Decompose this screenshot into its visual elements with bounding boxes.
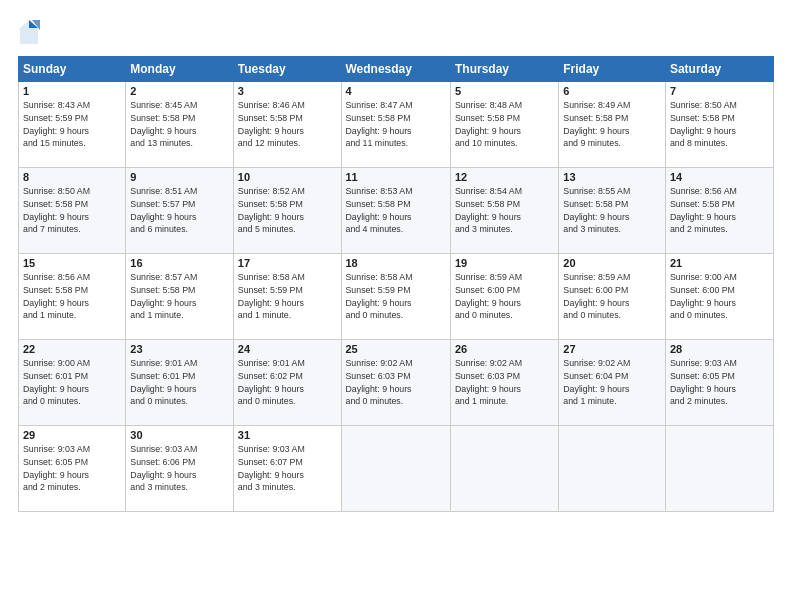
day-info: Sunrise: 8:48 AM Sunset: 5:58 PM Dayligh… xyxy=(455,99,554,150)
day-info: Sunrise: 9:01 AM Sunset: 6:01 PM Dayligh… xyxy=(130,357,228,408)
day-info: Sunrise: 8:56 AM Sunset: 5:58 PM Dayligh… xyxy=(23,271,121,322)
day-number: 20 xyxy=(563,257,661,269)
calendar-cell: 6Sunrise: 8:49 AM Sunset: 5:58 PM Daylig… xyxy=(559,82,666,168)
day-number: 4 xyxy=(346,85,446,97)
day-number: 30 xyxy=(130,429,228,441)
day-info: Sunrise: 8:57 AM Sunset: 5:58 PM Dayligh… xyxy=(130,271,228,322)
day-info: Sunrise: 8:49 AM Sunset: 5:58 PM Dayligh… xyxy=(563,99,661,150)
calendar-week-3: 15Sunrise: 8:56 AM Sunset: 5:58 PM Dayli… xyxy=(19,254,774,340)
day-info: Sunrise: 8:50 AM Sunset: 5:58 PM Dayligh… xyxy=(670,99,769,150)
day-number: 11 xyxy=(346,171,446,183)
calendar-cell: 10Sunrise: 8:52 AM Sunset: 5:58 PM Dayli… xyxy=(233,168,341,254)
day-number: 17 xyxy=(238,257,337,269)
calendar-cell xyxy=(450,426,558,512)
calendar-cell: 14Sunrise: 8:56 AM Sunset: 5:58 PM Dayli… xyxy=(665,168,773,254)
calendar-cell xyxy=(559,426,666,512)
calendar-cell: 26Sunrise: 9:02 AM Sunset: 6:03 PM Dayli… xyxy=(450,340,558,426)
calendar-cell: 30Sunrise: 9:03 AM Sunset: 6:06 PM Dayli… xyxy=(126,426,233,512)
logo-icon xyxy=(18,18,40,46)
day-number: 13 xyxy=(563,171,661,183)
calendar-cell: 31Sunrise: 9:03 AM Sunset: 6:07 PM Dayli… xyxy=(233,426,341,512)
calendar-cell: 11Sunrise: 8:53 AM Sunset: 5:58 PM Dayli… xyxy=(341,168,450,254)
calendar-cell: 29Sunrise: 9:03 AM Sunset: 6:05 PM Dayli… xyxy=(19,426,126,512)
day-number: 5 xyxy=(455,85,554,97)
calendar-cell: 12Sunrise: 8:54 AM Sunset: 5:58 PM Dayli… xyxy=(450,168,558,254)
day-number: 1 xyxy=(23,85,121,97)
day-number: 24 xyxy=(238,343,337,355)
day-info: Sunrise: 8:58 AM Sunset: 5:59 PM Dayligh… xyxy=(346,271,446,322)
day-number: 7 xyxy=(670,85,769,97)
day-info: Sunrise: 8:51 AM Sunset: 5:57 PM Dayligh… xyxy=(130,185,228,236)
calendar-cell: 3Sunrise: 8:46 AM Sunset: 5:58 PM Daylig… xyxy=(233,82,341,168)
calendar-cell xyxy=(341,426,450,512)
calendar-cell: 22Sunrise: 9:00 AM Sunset: 6:01 PM Dayli… xyxy=(19,340,126,426)
day-number: 3 xyxy=(238,85,337,97)
calendar-week-4: 22Sunrise: 9:00 AM Sunset: 6:01 PM Dayli… xyxy=(19,340,774,426)
day-info: Sunrise: 9:00 AM Sunset: 6:00 PM Dayligh… xyxy=(670,271,769,322)
calendar-week-5: 29Sunrise: 9:03 AM Sunset: 6:05 PM Dayli… xyxy=(19,426,774,512)
calendar-cell: 27Sunrise: 9:02 AM Sunset: 6:04 PM Dayli… xyxy=(559,340,666,426)
calendar-cell: 13Sunrise: 8:55 AM Sunset: 5:58 PM Dayli… xyxy=(559,168,666,254)
weekday-header-sunday: Sunday xyxy=(19,57,126,82)
calendar-cell: 21Sunrise: 9:00 AM Sunset: 6:00 PM Dayli… xyxy=(665,254,773,340)
day-info: Sunrise: 8:50 AM Sunset: 5:58 PM Dayligh… xyxy=(23,185,121,236)
calendar-cell: 25Sunrise: 9:02 AM Sunset: 6:03 PM Dayli… xyxy=(341,340,450,426)
day-info: Sunrise: 9:03 AM Sunset: 6:05 PM Dayligh… xyxy=(23,443,121,494)
weekday-header-thursday: Thursday xyxy=(450,57,558,82)
page: SundayMondayTuesdayWednesdayThursdayFrid… xyxy=(0,0,792,612)
calendar-cell: 28Sunrise: 9:03 AM Sunset: 6:05 PM Dayli… xyxy=(665,340,773,426)
calendar-cell: 9Sunrise: 8:51 AM Sunset: 5:57 PM Daylig… xyxy=(126,168,233,254)
day-number: 23 xyxy=(130,343,228,355)
calendar-cell xyxy=(665,426,773,512)
day-number: 22 xyxy=(23,343,121,355)
day-info: Sunrise: 8:45 AM Sunset: 5:58 PM Dayligh… xyxy=(130,99,228,150)
day-number: 25 xyxy=(346,343,446,355)
day-info: Sunrise: 9:03 AM Sunset: 6:05 PM Dayligh… xyxy=(670,357,769,408)
logo xyxy=(18,18,44,46)
calendar-week-1: 1Sunrise: 8:43 AM Sunset: 5:59 PM Daylig… xyxy=(19,82,774,168)
calendar-table: SundayMondayTuesdayWednesdayThursdayFrid… xyxy=(18,56,774,512)
day-number: 9 xyxy=(130,171,228,183)
day-info: Sunrise: 9:03 AM Sunset: 6:07 PM Dayligh… xyxy=(238,443,337,494)
calendar-cell: 18Sunrise: 8:58 AM Sunset: 5:59 PM Dayli… xyxy=(341,254,450,340)
calendar-cell: 17Sunrise: 8:58 AM Sunset: 5:59 PM Dayli… xyxy=(233,254,341,340)
weekday-header-monday: Monday xyxy=(126,57,233,82)
day-number: 29 xyxy=(23,429,121,441)
day-number: 28 xyxy=(670,343,769,355)
weekday-header-tuesday: Tuesday xyxy=(233,57,341,82)
day-number: 12 xyxy=(455,171,554,183)
weekday-header-row: SundayMondayTuesdayWednesdayThursdayFrid… xyxy=(19,57,774,82)
day-info: Sunrise: 8:47 AM Sunset: 5:58 PM Dayligh… xyxy=(346,99,446,150)
calendar-cell: 20Sunrise: 8:59 AM Sunset: 6:00 PM Dayli… xyxy=(559,254,666,340)
day-number: 2 xyxy=(130,85,228,97)
day-number: 15 xyxy=(23,257,121,269)
calendar-cell: 24Sunrise: 9:01 AM Sunset: 6:02 PM Dayli… xyxy=(233,340,341,426)
day-info: Sunrise: 9:02 AM Sunset: 6:03 PM Dayligh… xyxy=(455,357,554,408)
day-info: Sunrise: 8:55 AM Sunset: 5:58 PM Dayligh… xyxy=(563,185,661,236)
day-info: Sunrise: 9:01 AM Sunset: 6:02 PM Dayligh… xyxy=(238,357,337,408)
calendar-cell: 8Sunrise: 8:50 AM Sunset: 5:58 PM Daylig… xyxy=(19,168,126,254)
calendar-week-2: 8Sunrise: 8:50 AM Sunset: 5:58 PM Daylig… xyxy=(19,168,774,254)
day-info: Sunrise: 8:46 AM Sunset: 5:58 PM Dayligh… xyxy=(238,99,337,150)
calendar-cell: 15Sunrise: 8:56 AM Sunset: 5:58 PM Dayli… xyxy=(19,254,126,340)
header xyxy=(18,18,774,46)
calendar-cell: 2Sunrise: 8:45 AM Sunset: 5:58 PM Daylig… xyxy=(126,82,233,168)
day-info: Sunrise: 8:54 AM Sunset: 5:58 PM Dayligh… xyxy=(455,185,554,236)
day-number: 16 xyxy=(130,257,228,269)
calendar-cell: 7Sunrise: 8:50 AM Sunset: 5:58 PM Daylig… xyxy=(665,82,773,168)
day-info: Sunrise: 8:56 AM Sunset: 5:58 PM Dayligh… xyxy=(670,185,769,236)
day-number: 19 xyxy=(455,257,554,269)
calendar-cell: 4Sunrise: 8:47 AM Sunset: 5:58 PM Daylig… xyxy=(341,82,450,168)
day-number: 31 xyxy=(238,429,337,441)
day-number: 21 xyxy=(670,257,769,269)
calendar-cell: 5Sunrise: 8:48 AM Sunset: 5:58 PM Daylig… xyxy=(450,82,558,168)
day-info: Sunrise: 9:02 AM Sunset: 6:03 PM Dayligh… xyxy=(346,357,446,408)
day-info: Sunrise: 8:59 AM Sunset: 6:00 PM Dayligh… xyxy=(455,271,554,322)
day-info: Sunrise: 9:00 AM Sunset: 6:01 PM Dayligh… xyxy=(23,357,121,408)
day-info: Sunrise: 8:52 AM Sunset: 5:58 PM Dayligh… xyxy=(238,185,337,236)
day-number: 8 xyxy=(23,171,121,183)
day-number: 6 xyxy=(563,85,661,97)
day-number: 10 xyxy=(238,171,337,183)
weekday-header-wednesday: Wednesday xyxy=(341,57,450,82)
day-number: 18 xyxy=(346,257,446,269)
